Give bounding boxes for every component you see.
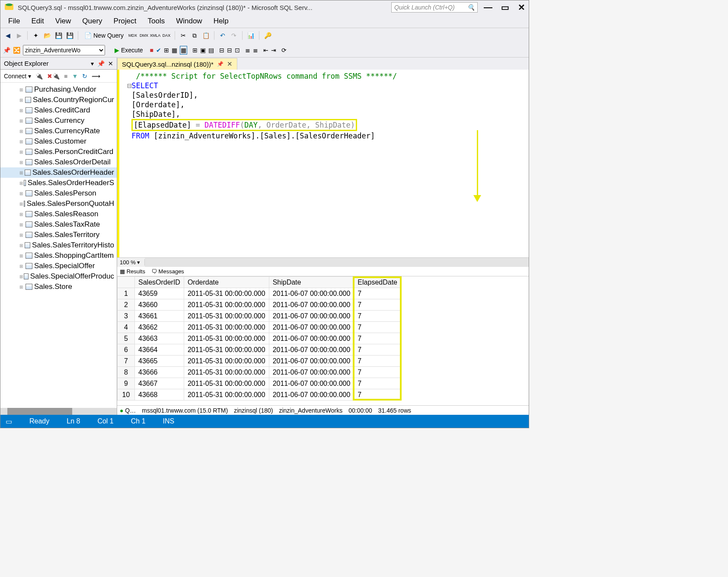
cell[interactable]: 2011-06-07 00:00:00.000 xyxy=(269,367,354,378)
tree-item[interactable]: ⊞Sales.CurrencyRate xyxy=(0,126,117,136)
cell[interactable]: 2011-06-07 00:00:00.000 xyxy=(269,389,354,401)
properties-icon[interactable]: 🔑 xyxy=(263,31,272,40)
cell[interactable]: 2011-05-31 00:00:00.000 xyxy=(184,356,269,367)
expand-icon[interactable]: ⊞ xyxy=(19,264,25,269)
expand-icon[interactable]: ⊞ xyxy=(19,253,25,258)
menu-view[interactable]: View xyxy=(50,15,77,27)
sql-editor[interactable]: /****** Script for SelectTopNRows comman… xyxy=(117,70,529,257)
cell[interactable]: 7 xyxy=(354,333,401,344)
undo-button[interactable]: ↶ xyxy=(218,31,227,40)
table-row[interactable]: 6436642011-05-31 00:00:00.0002011-06-07 … xyxy=(118,344,401,356)
cell[interactable]: 43666 xyxy=(135,367,184,378)
table-row[interactable]: 9436672011-05-31 00:00:00.0002011-06-07 … xyxy=(118,378,401,389)
column-header[interactable]: Orderdate xyxy=(184,277,269,288)
copy-button[interactable]: ⧉ xyxy=(190,31,199,40)
plan1-icon[interactable]: ⊞ xyxy=(164,47,169,54)
tree-item[interactable]: ⊞Sales.SalesOrderHeader xyxy=(0,167,117,178)
cell[interactable]: 43661 xyxy=(135,311,184,322)
cell[interactable]: 7 xyxy=(354,311,401,322)
cell[interactable]: 43663 xyxy=(135,333,184,344)
tb-icon-4[interactable]: ⊟ xyxy=(219,47,224,54)
expand-icon[interactable]: ⊞ xyxy=(19,191,25,196)
expand-icon[interactable]: ⊞ xyxy=(19,98,24,103)
cell[interactable]: 2011-05-31 00:00:00.000 xyxy=(184,299,269,311)
cell[interactable]: 2011-05-31 00:00:00.000 xyxy=(184,389,269,401)
panel-pin-icon[interactable]: 📌 xyxy=(97,60,105,67)
expand-icon[interactable]: ⊞ xyxy=(19,285,25,289)
cell[interactable]: 7 xyxy=(354,299,401,311)
cell[interactable]: 43662 xyxy=(135,322,184,333)
filter-icon[interactable]: ▼ xyxy=(72,73,78,80)
expand-icon[interactable]: ⊞ xyxy=(19,212,25,217)
expand-icon[interactable]: ⊞ xyxy=(19,150,25,154)
tree-item[interactable]: ⊞Sales.SalesPerson xyxy=(0,188,117,199)
dax-query-icon[interactable]: DAX xyxy=(162,31,171,40)
cell[interactable]: 43659 xyxy=(135,288,184,299)
results-tab[interactable]: ▦ Results xyxy=(120,268,145,275)
column-header[interactable]: SalesOrderID xyxy=(135,277,184,288)
tree-item[interactable]: ⊞Sales.Currency xyxy=(0,115,117,126)
tree-item[interactable]: ⊞Sales.ShoppingCartItem xyxy=(0,250,117,261)
cell[interactable]: 2011-06-07 00:00:00.000 xyxy=(269,344,354,356)
table-row[interactable]: 3436612011-05-31 00:00:00.0002011-06-07 … xyxy=(118,311,401,322)
tree-item[interactable]: ⊞Sales.Store xyxy=(0,282,117,292)
results-grid[interactable]: SalesOrderIDOrderdateShipDateElapsedDate… xyxy=(117,276,529,405)
cell[interactable]: 2011-05-31 00:00:00.000 xyxy=(184,367,269,378)
expand-icon[interactable]: ⊞ xyxy=(19,243,24,248)
expand-icon[interactable]: ⊞ xyxy=(19,274,23,279)
menu-help[interactable]: Help xyxy=(208,15,234,27)
menu-window[interactable]: Window xyxy=(171,15,207,27)
tree-item[interactable]: ⊞Sales.SalesOrderHeaderS xyxy=(0,178,117,188)
tree-item[interactable]: ⊞Sales.SpecialOfferProduc xyxy=(0,271,117,282)
paste-button[interactable]: 📋 xyxy=(201,31,211,40)
menu-tools[interactable]: Tools xyxy=(142,15,170,27)
tree-item[interactable]: ⊞Sales.Customer xyxy=(0,136,117,147)
save-button[interactable]: 💾 xyxy=(54,31,63,40)
mdx-query-icon[interactable]: MDX xyxy=(128,31,137,40)
redo-button[interactable]: ↷ xyxy=(229,31,239,40)
cell[interactable]: 7 xyxy=(354,322,401,333)
minimize-button[interactable]: — xyxy=(484,2,492,13)
menu-edit[interactable]: Edit xyxy=(26,15,49,27)
expand-icon[interactable]: ⊞ xyxy=(19,170,24,175)
tree-item[interactable]: ⊞Sales.CountryRegionCur xyxy=(0,95,117,105)
column-header[interactable]: ElapsedDate xyxy=(354,277,401,288)
menu-file[interactable]: File xyxy=(3,15,25,27)
expand-icon[interactable]: ⊞ xyxy=(19,87,25,92)
cell[interactable]: 7 xyxy=(354,288,401,299)
tree-item[interactable]: ⊞Sales.SalesReason xyxy=(0,209,117,219)
tree-item[interactable]: ⊞Sales.SpecialOffer xyxy=(0,261,117,271)
cell[interactable]: 7 xyxy=(354,344,401,356)
cell[interactable]: 43664 xyxy=(135,344,184,356)
pin-icon[interactable]: 📌 xyxy=(3,47,10,54)
nav-back-button[interactable]: ◀ xyxy=(3,31,13,40)
new-query-button[interactable]: 📄 New Query xyxy=(82,31,126,40)
cell[interactable]: 2011-06-07 00:00:00.000 xyxy=(269,378,354,389)
cell[interactable]: 43667 xyxy=(135,378,184,389)
expand-icon[interactable]: ⊞ xyxy=(19,129,25,134)
table-row[interactable]: 5436632011-05-31 00:00:00.0002011-06-07 … xyxy=(118,333,401,344)
expand-icon[interactable]: ⊞ xyxy=(19,181,23,186)
outdent-icon[interactable]: ≣ xyxy=(253,47,258,54)
branch-icon[interactable]: 🔀 xyxy=(13,47,20,54)
tree-item[interactable]: ⊞Purchasing.Vendor xyxy=(0,84,117,95)
tb-icon-1[interactable]: ⊞ xyxy=(192,47,198,54)
tree-item[interactable]: ⊞Sales.SalesTaxRate xyxy=(0,219,117,230)
table-row[interactable]: 4436622011-05-31 00:00:00.0002011-06-07 … xyxy=(118,322,401,333)
cell[interactable]: 2011-06-07 00:00:00.000 xyxy=(269,356,354,367)
cell[interactable]: 7 xyxy=(354,378,401,389)
cell[interactable]: 2011-06-07 00:00:00.000 xyxy=(269,311,354,322)
nav-fwd-button[interactable]: ▶ xyxy=(14,31,24,40)
cell[interactable]: 2011-05-31 00:00:00.000 xyxy=(184,288,269,299)
tree-hscrollbar[interactable] xyxy=(0,408,117,415)
cell[interactable]: 43660 xyxy=(135,299,184,311)
stop-icon[interactable]: ■ xyxy=(64,73,67,80)
tab-close-icon[interactable]: ✕ xyxy=(227,60,233,68)
expand-icon[interactable]: ⊞ xyxy=(19,202,23,206)
cell[interactable]: 7 xyxy=(354,367,401,378)
expand-icon[interactable]: ⊞ xyxy=(19,222,25,227)
plan2-icon[interactable]: ▦ xyxy=(172,47,177,54)
cut-button[interactable]: ✂ xyxy=(179,31,188,40)
tree-item[interactable]: ⊞Sales.CreditCard xyxy=(0,105,117,115)
tb-icon-5[interactable]: ⊟ xyxy=(227,47,232,54)
